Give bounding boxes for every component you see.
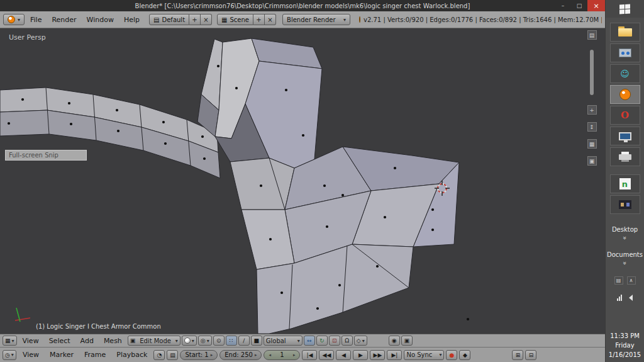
keying-add-button[interactable]: ⊞ [512,350,523,360]
editor-type-button[interactable]: ▦ ▾ [3,336,17,346]
stepper-right-icon[interactable]: ▸ [255,353,257,358]
end-frame-field[interactable]: End: 250 ▸ [219,350,262,360]
viewport-right-widgets: ▤ + ↕ ▦ ▣ [586,30,597,173]
menu-frame[interactable]: Frame [80,349,110,360]
menu-view[interactable]: View [18,336,43,346]
menu-add[interactable]: Add [76,336,98,346]
delete-layout-button[interactable]: × [201,14,212,25]
taskbar-item-chat-app[interactable]: ☺ [610,64,640,83]
notes-icon: n [619,178,631,189]
stepper-right-icon[interactable]: ▸ [211,353,213,358]
taskbar-item-3d-app[interactable] [610,43,640,62]
rotate-manipulator-button[interactable]: ↻ [316,336,328,346]
add-layout-button[interactable]: + [189,14,201,25]
mode-select[interactable]: ▣ Edit Mode ▾ [128,336,180,346]
mesh-canvas[interactable] [0,28,605,334]
mesh-face[interactable] [230,158,294,210]
taskbar-item-opera[interactable]: O [610,106,640,125]
translate-manipulator-button[interactable]: ↔ [304,336,315,346]
taskbar-item-notes[interactable]: n [610,174,640,193]
pivot-center-toggle[interactable]: ⊙ [213,336,225,346]
menu-select[interactable]: Select [45,336,75,346]
delete-scene-button[interactable]: × [265,14,276,25]
screen-layout-selector[interactable]: ▤ Default [149,14,189,25]
current-frame-field[interactable]: ◂ 1 ▸ [264,350,300,360]
lock-time-button[interactable]: ▤ [167,350,178,360]
taskbar-item-display[interactable] [610,127,640,145]
close-button[interactable]: × [587,0,605,11]
tray-window-icon[interactable]: ▤ [614,276,623,285]
taskbar-item-printer[interactable] [610,147,640,166]
next-keyframe-button[interactable]: ▶▶ [370,350,385,360]
face-center-dot [384,216,386,218]
volume-icon[interactable] [626,295,633,301]
taskbar-clock[interactable]: 11:33 PM Friday 1/16/2015 [609,331,641,359]
edge-select-button[interactable]: ∕ [238,336,250,346]
grid-icon[interactable]: ▦ [587,139,597,149]
vertex-select-button[interactable]: ∷ [226,336,237,346]
menu-view[interactable]: View [18,349,43,360]
clipboard-icon[interactable]: ▣ [587,156,597,166]
prev-keyframe-button[interactable]: ◀◀ [319,350,334,360]
keying-remove-button[interactable]: ⊟ [525,350,536,360]
face-select-button[interactable]: ■ [251,336,262,346]
start-frame-field[interactable]: Start: 1 ▸ [180,350,218,360]
layers-icon[interactable]: ▤ [587,30,597,40]
stepper-right-icon[interactable]: ▸ [293,353,296,358]
blender-menu-button[interactable]: ▾ [3,14,25,25]
resize-region-icon[interactable]: ↕ [587,122,597,132]
orientation-select[interactable]: Global ▾ [264,336,303,346]
editor-type-button[interactable]: ◷ ▾ [3,350,16,360]
snap-element-select[interactable]: ◇ ▾ [354,336,367,346]
axis-gizmo [15,308,30,322]
menu-mesh[interactable]: Mesh [99,336,126,346]
play-button[interactable]: ▶ [353,350,368,360]
viewport-scrollbar[interactable] [590,50,594,95]
menu-playback[interactable]: Playback [112,349,152,360]
viewport-3d[interactable]: User Persp Full-screen Snip (1) Logic Si… [0,28,605,334]
network-signal-icon[interactable] [617,295,622,301]
chevron-down-icon: ▾ [12,338,14,344]
minimize-button[interactable]: – [555,0,571,11]
opengl-render-button[interactable]: ◉ [389,336,400,346]
chevron-down-icon[interactable]: » [621,261,628,264]
menu-window[interactable]: Window [82,14,118,25]
taskbar-item-blender[interactable] [610,85,640,104]
desktop-toolbar[interactable]: Desktop [612,226,638,233]
render-engine-select[interactable]: Blender Render ▾ [282,14,350,25]
start-button[interactable] [606,0,644,18]
stepper-left-icon[interactable]: ◂ [269,353,271,358]
menu-file[interactable]: File [26,14,46,25]
preview-range-button[interactable]: ◔ [153,350,165,360]
add-region-icon[interactable]: + [587,105,597,115]
snap-toggle[interactable]: Ω [341,336,353,346]
record-button[interactable]: ● [446,350,457,360]
add-scene-button[interactable]: + [253,14,265,25]
jump-start-button[interactable]: |◀ [302,350,317,360]
play-reverse-button[interactable]: ◀ [336,350,351,360]
scale-manipulator-button[interactable]: ⊡ [329,336,340,346]
fullscreen-snip-button[interactable]: Full-screen Snip [5,150,87,161]
chevron-down-icon[interactable]: » [621,236,628,239]
shading-select[interactable]: ▾ [182,336,197,346]
menu-help[interactable]: Help [119,14,144,25]
keying-set-button[interactable]: ◆ [459,350,470,360]
mesh-face[interactable] [242,210,294,269]
menu-render[interactable]: Render [47,14,80,25]
taskbar-item-game[interactable] [610,195,640,214]
jump-end-button[interactable]: ▶| [387,350,402,360]
pivot-select[interactable]: ◎ ▾ [198,336,212,346]
documents-toolbar[interactable]: Documents [607,251,643,258]
show-hidden-icons-button[interactable]: ∧ [627,276,636,285]
printer-icon [619,154,631,160]
menu-marker[interactable]: Marker [45,349,78,360]
scene-selector[interactable]: ▦ Scene [217,14,253,25]
maximize-button[interactable]: □ [571,0,587,11]
chevron-down-icon: ▾ [207,338,209,344]
chevron-down-icon: ▾ [297,338,300,344]
opengl-render-anim-button[interactable]: ▣ [401,336,413,346]
sync-select[interactable]: No Sync ▾ [404,350,444,360]
window-controls: – □ × [555,0,605,11]
view3d-editor-icon: ▦ [5,337,11,344]
taskbar-item-file-explorer[interactable] [610,23,640,42]
